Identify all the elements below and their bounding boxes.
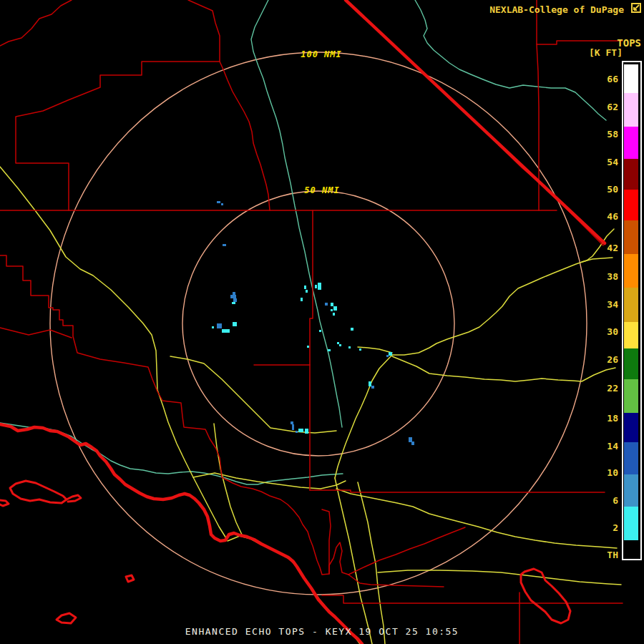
range-label-100: 100 NMI <box>301 49 342 59</box>
echo-cell <box>233 292 235 295</box>
echo-cell <box>304 286 306 289</box>
colorbar-units: [K FT] <box>565 47 623 58</box>
rivers-path <box>415 0 606 120</box>
echo-cell <box>232 302 235 304</box>
colorbar-tick-label: 6 <box>584 495 618 506</box>
colorbar-segment <box>624 322 638 348</box>
colorbar-tick-label: 22 <box>584 383 618 394</box>
colorbar-tick-label: 58 <box>584 129 618 140</box>
colorbar-tick-label: 2 <box>584 522 618 533</box>
range-ring-100 <box>50 52 587 595</box>
colorbar-tick-label: 14 <box>584 441 618 452</box>
colorbar-segment <box>624 190 638 220</box>
colorbar-segment <box>624 127 638 159</box>
echo-cell <box>315 285 317 288</box>
echo-cell <box>409 437 412 442</box>
echo-cell <box>348 346 351 348</box>
echo-cell <box>223 244 226 246</box>
echo-cell <box>292 424 294 430</box>
islands-path <box>67 495 81 502</box>
echo-cell <box>333 306 337 311</box>
cod-logo-icon <box>631 3 641 13</box>
colorbar-tick-label: 62 <box>584 102 618 112</box>
roads-path <box>170 356 336 433</box>
colorbar-tick-label: 42 <box>584 243 618 253</box>
colorbar-tick-label: TH <box>584 550 618 560</box>
layer-roads <box>0 167 621 644</box>
roads-path <box>336 489 617 548</box>
echo-cell <box>337 342 339 344</box>
colorbar-segment <box>624 413 638 442</box>
brand-title: NEXLAB-College of DuPage <box>489 4 624 15</box>
echo-cell <box>339 344 341 346</box>
roads-path <box>392 229 614 355</box>
colorbar-tick-label: 18 <box>584 413 618 424</box>
echo-cell <box>359 348 361 351</box>
colorbar-segment <box>624 93 638 127</box>
islands-path <box>521 569 570 623</box>
state-line-coast-path <box>0 424 362 644</box>
islands-path <box>0 500 9 506</box>
echo-cell <box>318 283 321 290</box>
colorbar-tick-label: 30 <box>584 326 618 337</box>
colorbar-segment <box>624 64 638 93</box>
colorbar-segment <box>624 288 638 322</box>
layer-rivers <box>0 0 606 484</box>
colorbar-tick-label: 46 <box>584 211 618 222</box>
roads-path <box>378 570 621 585</box>
echo-cell <box>296 431 298 433</box>
islands-path <box>10 481 67 503</box>
county-lines-path <box>310 490 605 492</box>
echo-cell <box>389 352 392 356</box>
islands-path <box>57 613 76 623</box>
colorbar-tick-label: 38 <box>584 271 618 282</box>
echo-cell <box>307 346 309 348</box>
echo-cell <box>298 429 303 432</box>
echo-cell <box>331 309 333 311</box>
echo-cell <box>217 201 220 203</box>
echo-cell <box>222 329 230 333</box>
echo-cell <box>333 313 335 316</box>
colorbar-segment <box>624 220 638 254</box>
layer-county-lines <box>0 0 623 644</box>
echo-cell <box>233 298 237 302</box>
county-lines-path <box>16 62 220 210</box>
colorbar-segment <box>624 442 638 474</box>
county-lines-path <box>0 328 72 338</box>
colorbar-tick-label: 26 <box>584 354 618 365</box>
islands-path <box>126 575 134 582</box>
echo-cell <box>291 421 293 424</box>
colorbar-segment <box>624 254 638 288</box>
echo-cell <box>301 298 303 301</box>
county-lines-path <box>348 575 444 587</box>
colorbar-segment <box>624 159 638 190</box>
echo-cell <box>331 303 333 306</box>
colorbar-tick-label: 54 <box>584 157 618 167</box>
roads-path <box>582 258 613 262</box>
echo-cell <box>328 349 331 351</box>
echo-cell <box>305 429 308 434</box>
rivers-path <box>251 0 342 427</box>
echo-cell <box>411 441 414 445</box>
county-lines-path <box>348 527 465 575</box>
roads-path <box>358 347 392 353</box>
county-lines-path <box>0 255 348 575</box>
echo-cell <box>325 303 328 306</box>
echo-cell <box>233 322 237 326</box>
echo-cell <box>386 355 389 357</box>
radar-display: 50 NMI100 NMI NEXLAB-College of DuPage T… <box>0 0 644 644</box>
range-ring-50 <box>182 191 454 456</box>
colorbar-tick-label: 50 <box>584 184 618 195</box>
colorbar-tick-label: 34 <box>584 299 618 310</box>
colorbar-tick-label: 66 <box>584 74 618 84</box>
radar-map: 50 NMI100 NMI <box>0 0 644 644</box>
echo-cell <box>306 290 308 293</box>
layer-state-line-coast <box>0 0 605 644</box>
colorbar-segment <box>624 540 638 555</box>
colorbar-segment <box>624 379 638 413</box>
colorbar-segment <box>624 348 638 379</box>
product-caption: ENHANCED ECHO TOPS - KEYX 19 OCT 25 10:5… <box>0 626 644 637</box>
echo-cell <box>319 330 321 332</box>
state-line-coast-path <box>346 0 605 243</box>
echo-cell <box>221 203 223 205</box>
